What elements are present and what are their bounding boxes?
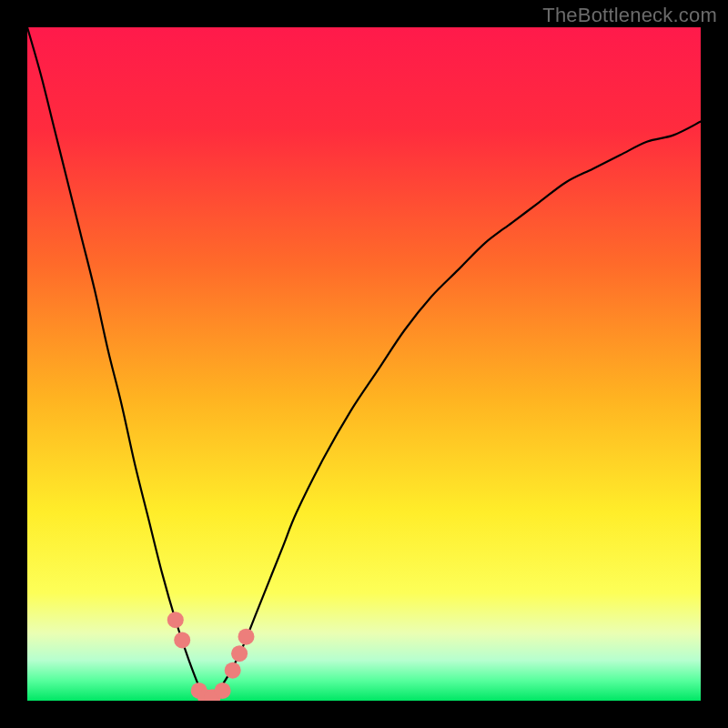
bottleneck-curve — [27, 27, 701, 701]
data-marker — [215, 682, 231, 699]
plot-area — [27, 27, 701, 701]
data-marker — [225, 662, 241, 679]
data-marker — [167, 612, 184, 628]
data-marker — [231, 645, 248, 662]
data-markers — [167, 612, 255, 701]
data-marker — [238, 629, 255, 645]
chart-frame: TheBottleneck.com — [0, 0, 728, 728]
watermark-text: TheBottleneck.com — [542, 4, 717, 27]
curve-layer — [27, 27, 701, 701]
data-marker — [174, 632, 190, 648]
